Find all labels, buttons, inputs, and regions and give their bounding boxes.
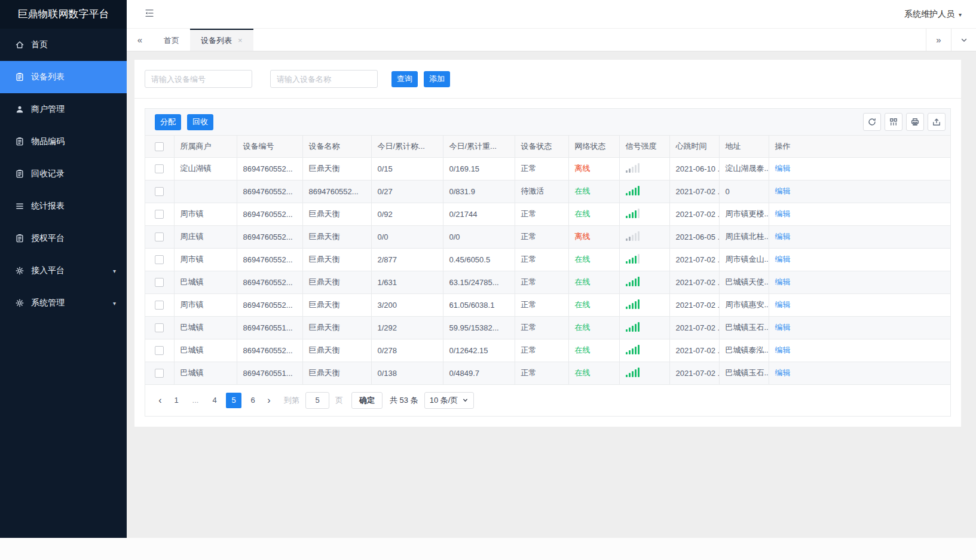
signal-strength-cell (619, 248, 669, 271)
refresh-button[interactable] (863, 113, 881, 131)
sidebar-item-authorization-platform[interactable]: 授权平台 (0, 222, 127, 255)
row-checkbox[interactable] (155, 232, 164, 241)
page-number-4[interactable]: 4 (207, 393, 222, 408)
operation-cell: 编辑 (769, 203, 950, 225)
page-number-1[interactable]: 1 (169, 393, 184, 408)
edit-link[interactable]: 编辑 (775, 186, 791, 195)
operation-cell: 编辑 (769, 316, 950, 339)
confirm-button[interactable]: 确定 (351, 392, 383, 409)
export-button[interactable] (928, 113, 946, 131)
address-cell: 巴城镇天使... (719, 271, 769, 293)
edit-link[interactable]: 编辑 (775, 345, 791, 354)
device-status-cell: 正常 (515, 316, 568, 339)
pagination: ‹ 1...456 › 到第 页 确定 共 53 条 10 条/页 (145, 385, 950, 416)
jump-page-input[interactable] (305, 392, 329, 409)
row-checkbox[interactable] (155, 323, 164, 332)
recycle-button[interactable]: 回收 (187, 114, 213, 130)
operation-cell: 编辑 (769, 293, 950, 316)
today-weight-cell: 63.15/24785... (443, 271, 515, 293)
row-checkbox[interactable] (155, 369, 164, 378)
edit-link[interactable]: 编辑 (775, 300, 791, 309)
user-menu[interactable]: 系统维护人员 ▾ (904, 0, 962, 29)
add-button[interactable]: 添加 (424, 71, 450, 87)
device-name-cell: 巨鼎天衡 (302, 203, 371, 225)
device-code-cell: 8694760551... (237, 316, 302, 339)
today-count-cell: 0/15 (371, 157, 443, 180)
sidebar-item-item-code[interactable]: 物品编码 (0, 126, 127, 158)
sidebar-item-device-list[interactable]: 设备列表 (0, 61, 127, 93)
export-icon (932, 117, 941, 127)
heartbeat-time-cell: 2021-07-02 ... (669, 339, 719, 362)
operation-cell: 编辑 (769, 157, 950, 180)
device-name-cell: 巨鼎天衡 (302, 293, 371, 316)
page-number-5[interactable]: 5 (226, 393, 241, 408)
address-cell: 淀山湖晟泰... (719, 157, 769, 180)
edit-link[interactable]: 编辑 (775, 232, 791, 241)
row-checkbox[interactable] (155, 301, 164, 310)
heartbeat-time-cell: 2021-07-02 ... (669, 316, 719, 339)
row-checkbox[interactable] (155, 255, 164, 264)
signal-bars-icon (626, 345, 641, 354)
row-checkbox[interactable] (155, 346, 164, 355)
total-count-label: 共 53 条 (390, 395, 418, 406)
row-select-cell (145, 225, 174, 248)
row-select-cell (145, 203, 174, 225)
row-checkbox[interactable] (155, 210, 164, 219)
edit-link[interactable]: 编辑 (775, 368, 791, 377)
column-header-7: 信号强度 (619, 136, 669, 157)
select-all-checkbox[interactable] (155, 142, 164, 151)
top-header: 系统维护人员 ▾ (127, 0, 976, 29)
table-row: 周市镇8694760552...巨鼎天衡2/8770.45/6050.5正常在线… (145, 248, 950, 271)
sidebar-item-recycle-record[interactable]: 回收记录 (0, 158, 127, 190)
edit-link[interactable]: 编辑 (775, 255, 791, 264)
assign-button[interactable]: 分配 (155, 114, 181, 130)
sidebar-item-home[interactable]: 首页 (0, 29, 127, 61)
page-size-select[interactable]: 10 条/页 (424, 392, 475, 409)
edit-link[interactable]: 编辑 (775, 277, 791, 286)
row-select-cell (145, 339, 174, 362)
user-icon (14, 105, 25, 115)
today-count-cell: 1/631 (371, 271, 443, 293)
signal-bars-icon (626, 368, 641, 377)
heartbeat-time-cell: 2021-07-02 ... (669, 248, 719, 271)
gear-icon (14, 266, 25, 276)
tab-home[interactable]: 首页 (153, 29, 190, 51)
merchant-cell: 周庄镇 (174, 225, 237, 248)
sidebar-item-label: 回收记录 (31, 169, 65, 179)
row-checkbox[interactable] (155, 164, 164, 173)
clipboard-icon (14, 234, 25, 244)
query-button[interactable]: 查询 (391, 71, 418, 87)
signal-bars-icon (626, 209, 641, 218)
heartbeat-time-cell: 2021-06-10 ... (669, 157, 719, 180)
merchant-cell: 周市镇 (174, 203, 237, 225)
edit-link[interactable]: 编辑 (775, 323, 791, 332)
columns-button[interactable] (885, 113, 902, 131)
chevrons-right-icon[interactable]: » (926, 29, 951, 51)
row-checkbox[interactable] (155, 187, 164, 196)
network-status-cell: 离线 (568, 225, 619, 248)
row-checkbox[interactable] (155, 278, 164, 287)
sidebar-item-system-management[interactable]: 系统管理▾ (0, 287, 127, 319)
close-icon[interactable]: × (238, 36, 243, 45)
next-page-icon[interactable]: › (262, 395, 276, 406)
device-name-input[interactable] (270, 70, 378, 88)
row-select-cell (145, 180, 174, 203)
page-number-6[interactable]: 6 (245, 393, 261, 408)
table-row: 淀山湖镇8694760552...巨鼎天衡0/150/169.15正常离线202… (145, 157, 950, 180)
edit-link[interactable]: 编辑 (775, 164, 791, 173)
merchant-cell: 巴城镇 (174, 339, 237, 362)
sidebar-item-merchant-management[interactable]: 商户管理 (0, 93, 127, 126)
edit-link[interactable]: 编辑 (775, 209, 791, 218)
sidebar-item-statistics-report[interactable]: 统计报表 (0, 190, 127, 222)
tab-device-list[interactable]: 设备列表× (190, 29, 253, 51)
device-code-input[interactable] (145, 70, 252, 88)
menu-fold-icon[interactable] (145, 8, 157, 20)
sidebar-item-access-platform[interactable]: 接入平台▾ (0, 255, 127, 287)
prev-page-icon[interactable]: ‹ (154, 395, 167, 406)
network-status-cell: 在线 (568, 203, 619, 225)
network-status-cell: 在线 (568, 339, 619, 362)
chevron-down-icon[interactable] (951, 29, 976, 51)
print-button[interactable] (906, 113, 924, 131)
signal-bars-icon (626, 186, 641, 195)
chevrons-left-icon[interactable]: « (127, 29, 153, 51)
